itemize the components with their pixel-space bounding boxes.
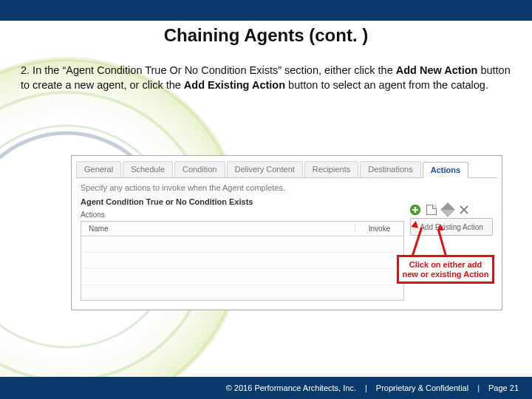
grid-header: Name Invoke [81, 222, 403, 236]
top-bar [0, 0, 532, 21]
actions-label: Actions [81, 211, 105, 219]
tab-destinations[interactable]: Destinations [360, 161, 421, 177]
footer-bar: © 2016 Performance Architects, Inc. | Pr… [0, 377, 532, 399]
grid-row [81, 269, 403, 285]
footer-separator: | [361, 383, 372, 392]
actions-panel-screenshot: General Schedule Condition Delivery Cont… [71, 155, 502, 310]
actions-toolbar [410, 205, 469, 215]
col-invoke: Invoke [355, 225, 403, 233]
delete-icon[interactable] [459, 205, 469, 215]
text-add-new-action: Add New Action [396, 64, 478, 76]
callout-arrowhead [411, 220, 419, 228]
callout-box: Click on either add new or existing Acti… [397, 255, 494, 284]
slide-title: Chaining Agents (cont. ) [0, 25, 532, 46]
callout-arrowhead [437, 224, 445, 231]
footer-page: Page 21 [484, 383, 523, 392]
grid-row [81, 253, 403, 269]
footer-separator: | [473, 383, 484, 392]
add-new-action-icon[interactable] [410, 205, 420, 215]
footer-copyright: © 2016 Performance Architects, Inc. [222, 383, 361, 392]
body-text: 2. In the “Agent Condition True Or No Co… [21, 64, 511, 92]
panel-hint-text: Specify any actions to invoke when the A… [81, 183, 285, 192]
section-title: Agent Condition True or No Condition Exi… [81, 197, 253, 206]
add-existing-action-button[interactable]: Add Existing Action [410, 218, 493, 236]
text-add-existing-action: Add Existing Action [184, 79, 285, 91]
tab-delivery-content[interactable]: Delivery Content [227, 161, 303, 177]
tab-general[interactable]: General [76, 161, 121, 177]
grid-row [81, 236, 403, 253]
actions-grid: Name Invoke [81, 221, 404, 301]
tab-schedule[interactable]: Schedule [123, 161, 173, 177]
tab-recipients[interactable]: Recipients [304, 161, 358, 177]
document-icon[interactable] [426, 205, 437, 215]
tab-condition[interactable]: Condition [174, 161, 225, 177]
col-name: Name [81, 225, 355, 233]
tab-actions[interactable]: Actions [423, 162, 468, 178]
body-text-suffix: button to select an agent from the catal… [288, 79, 488, 91]
footer-confidential: Proprietary & Confidential [372, 383, 473, 392]
tab-strip: General Schedule Condition Delivery Cont… [76, 159, 497, 178]
edit-icon[interactable] [440, 202, 455, 217]
body-text-prefix: 2. In the “Agent Condition True Or No Co… [21, 64, 396, 76]
